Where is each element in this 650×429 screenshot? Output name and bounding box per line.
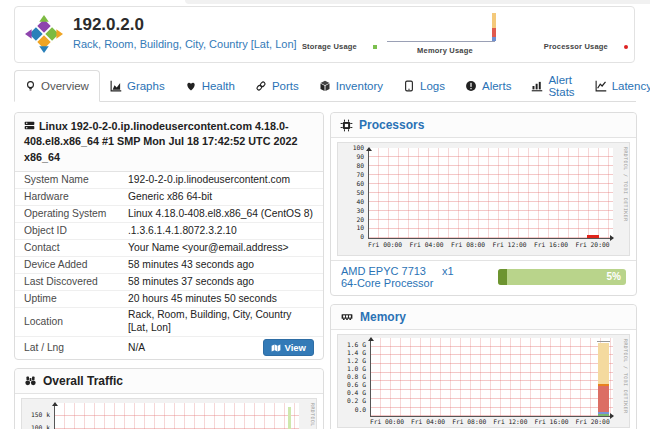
tab-ports[interactable]: Ports xyxy=(245,70,309,101)
device-location-link[interactable]: Rack, Room, Building, City, Country [Lat… xyxy=(73,38,297,50)
x-tick-label: Fri 12:00 xyxy=(493,418,527,425)
memory-x-axis-labels: Fri 00:00 Fri 04:00 Fri 08:00 Fri 12:00 … xyxy=(370,418,612,426)
y-tick-label: 100 k xyxy=(31,425,50,429)
y-tick-label: 150 k xyxy=(31,412,50,419)
cpu-usage-progress-fill xyxy=(498,269,507,285)
processor-usage-minigraph[interactable]: Processor Usage xyxy=(513,42,628,55)
memory-usage-label: Memory Usage xyxy=(385,46,505,55)
processors-graph[interactable]: 100 90 80 70 60 50 40 30 20 10 0 Fri 00:… xyxy=(337,142,630,256)
memory-usage-spike xyxy=(492,13,496,41)
tab-inventory[interactable]: Inventory xyxy=(309,70,393,101)
cube-icon xyxy=(319,80,331,92)
memory-graph[interactable]: 1.6 G 1.4 G 1.2 G 1.0 G 0.8 G 0.6 G 0.4 … xyxy=(337,334,630,428)
device-header-card: 192.0.2.0 Rack, Room, Building, City, Co… xyxy=(14,6,635,63)
lightbulb-icon xyxy=(25,80,36,92)
device-tab-bar: Overview Graphs Health Ports Inventory L… xyxy=(14,70,636,102)
y-tick-label: 1.6 G xyxy=(347,342,366,349)
table-row: Operating SystemLinux 4.18.0-408.el8.x86… xyxy=(15,205,323,222)
table-row: ContactYour Name <your@email.address> xyxy=(15,239,323,256)
x-tick-label: Fri 08:00 xyxy=(452,418,486,425)
row-value: 20 hours 45 minutes 50 seconds xyxy=(128,293,277,306)
y-tick-label: 0.4 G xyxy=(347,390,366,397)
storage-usage-label: Storage Usage xyxy=(302,42,357,51)
row-label: Hardware xyxy=(24,191,128,204)
table-row: Uptime20 hours 45 minutes 50 seconds xyxy=(15,290,323,307)
tab-latency[interactable]: Latency xyxy=(585,70,650,101)
tab-graphs[interactable]: Graphs xyxy=(100,70,175,101)
row-label: Lat / Lng xyxy=(24,342,128,355)
chain-link-icon xyxy=(255,80,267,92)
memory-total-line xyxy=(597,341,610,342)
view-map-button[interactable]: View xyxy=(263,339,314,356)
storage-usage-dot xyxy=(373,45,377,49)
y-tick-label: 60 xyxy=(356,181,364,188)
table-row: System Name192-0-2-0.ip.linodeuserconten… xyxy=(15,172,323,188)
tab-alerts[interactable]: Alerts xyxy=(455,70,521,101)
table-row: Device Added58 minutes 43 seconds ago xyxy=(15,256,323,273)
cpu-name-link[interactable]: AMD EPYC 7713 xyxy=(341,265,426,277)
y-tick-label: 1.4 G xyxy=(347,350,366,357)
y-tick-label: 0.8 G xyxy=(347,374,366,381)
y-tick-label: 70 xyxy=(356,172,364,179)
tab-overview[interactable]: Overview xyxy=(14,70,100,102)
row-label: Operating System xyxy=(24,208,128,221)
y-tick-label: 0.2 G xyxy=(347,398,366,405)
x-tick-label: Fri 08:00 xyxy=(451,241,485,248)
x-tick-label: Fri 04:00 xyxy=(409,241,443,248)
cpu-count: x1 xyxy=(442,265,454,277)
tab-graphs-label: Graphs xyxy=(127,80,165,92)
ram-stick-icon xyxy=(340,311,354,323)
row-label: Last Discovered xyxy=(24,276,128,289)
memory-title-link[interactable]: Memory xyxy=(360,310,406,324)
memory-green-area xyxy=(598,414,609,416)
row-label: Uptime xyxy=(24,293,128,306)
y-tick-label: 0.6 G xyxy=(347,382,366,389)
processors-graph-canvas xyxy=(368,148,613,239)
x-tick-label: Fri 12:00 xyxy=(492,241,526,248)
rrdtool-watermark: RRDTOOL / TOBI OETIKER xyxy=(623,147,628,222)
processors-title-link[interactable]: Processors xyxy=(359,118,424,132)
processors-panel: Processors 100 90 80 70 60 50 40 30 xyxy=(330,112,637,296)
cpu-chip-icon xyxy=(340,119,353,132)
memory-usage-baseline xyxy=(387,41,495,42)
tab-logs[interactable]: Logs xyxy=(393,70,455,101)
tab-ports-label: Ports xyxy=(272,80,299,92)
tab-health[interactable]: Health xyxy=(175,70,245,101)
system-info-panel: Linux 192-0-2-0.ip.linodeusercontent.com… xyxy=(14,112,324,360)
cpu-name-block: AMD EPYC 7713x1 64-Core Processor xyxy=(341,265,454,289)
memory-graph-canvas xyxy=(370,338,613,417)
rrdtool-watermark: RRDTOOL / TOBI OETIKER xyxy=(623,339,628,414)
tab-inventory-label: Inventory xyxy=(336,80,383,92)
overall-traffic-graph[interactable]: 150 k 100 k 50 k 0 RRDTOOL / TOBI OETIKE… xyxy=(21,398,317,429)
y-tick-label: 30 xyxy=(356,208,364,215)
table-row: HardwareGeneric x86 64-bit xyxy=(15,188,323,205)
header-usage-graphs: Storage Usage Memory Usage Processor Usa… xyxy=(277,19,628,55)
cpu-usage-percent: 5% xyxy=(607,271,621,282)
y-tick-label: 0 xyxy=(360,234,364,241)
tab-alert-stats[interactable]: Alert Stats xyxy=(521,70,584,101)
table-row: LocationRack, Room, Building, City, Coun… xyxy=(15,307,323,336)
x-tick-label: Fri 00:00 xyxy=(368,241,402,248)
system-info-header: Linux 192-0-2-0.ip.linodeusercontent.com… xyxy=(15,113,323,172)
overall-traffic-header: Overall Traffic xyxy=(15,369,323,394)
y-tick-label: 0.0 xyxy=(355,407,366,414)
line-chart-icon xyxy=(595,80,607,92)
traffic-graph-canvas xyxy=(54,403,299,429)
left-column: Linux 192-0-2-0.ip.linodeusercontent.com… xyxy=(14,112,324,429)
storage-usage-minigraph[interactable]: Storage Usage xyxy=(277,42,377,55)
y-tick-label: 50 xyxy=(356,190,364,197)
memory-panel: Memory 1.6 G 1.4 G 1.2 G xyxy=(330,304,637,429)
table-row: Last Discovered58 minutes 37 seconds ago xyxy=(15,273,323,290)
row-value: 192-0-2-0.ip.linodeusercontent.com xyxy=(128,174,290,187)
memory-usage-minigraph[interactable]: Memory Usage xyxy=(385,19,505,55)
processor-usage-label: Processor Usage xyxy=(544,42,608,51)
tab-logs-label: Logs xyxy=(420,80,445,92)
table-row-latlng: Lat / Lng N/A View xyxy=(15,336,323,359)
y-tick-label: 10 xyxy=(356,225,364,232)
cpu-description-link[interactable]: 64-Core Processor xyxy=(341,277,433,289)
traffic-inbound-spike xyxy=(288,407,291,429)
row-value: .1.3.6.1.4.1.8072.3.2.10 xyxy=(128,225,237,238)
tablet-icon xyxy=(403,80,415,92)
system-title-text: Linux 192-0-2-0.ip.linodeusercontent.com… xyxy=(24,120,297,163)
table-row: Object ID.1.3.6.1.4.1.8072.3.2.10 xyxy=(15,222,323,239)
